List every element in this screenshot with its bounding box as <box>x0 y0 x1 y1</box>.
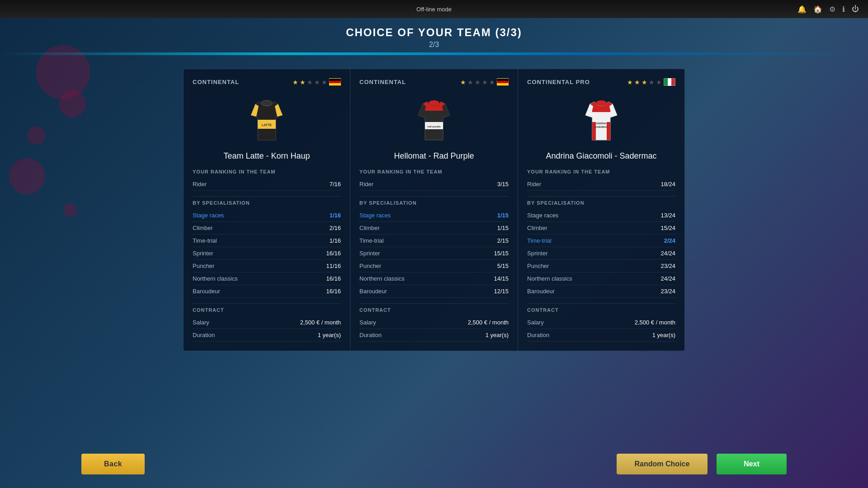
spec-row-3-4: Puncher 23/24 <box>527 260 675 272</box>
spec-row-1-6: Baroudeur 16/16 <box>193 285 341 298</box>
stars-1: ★ ★ ★ ★ ★ <box>292 79 327 86</box>
spec-row-2-3: Sprinter 15/15 <box>359 247 509 260</box>
card-header-2: CONTINENTAL ★ ★ ★ ★ ★ <box>359 78 509 86</box>
spec-value: 2/16 <box>330 225 341 231</box>
power-icon[interactable]: ⏻ <box>852 5 859 13</box>
info-icon[interactable]: ℹ <box>842 5 845 14</box>
spec-value: 1/15 <box>497 225 509 231</box>
star: ★ <box>460 79 466 86</box>
spec-row-3-2: Time-trial 2/24 <box>527 235 675 247</box>
spec-row-1-5: Northern classics 16/16 <box>193 272 341 285</box>
team-type-3: CONTINENTAL PRO <box>527 79 590 85</box>
stars-2: ★ ★ ★ ★ ★ <box>460 79 495 86</box>
bottom-bar: Back Random Choice Next <box>0 454 868 474</box>
spec-title-3: BY SPECIALISATION <box>527 200 675 206</box>
spec-value: 23/24 <box>660 263 675 269</box>
salary-label-3: Salary <box>527 319 544 326</box>
jersey-area-2: rad-purple <box>359 93 509 147</box>
star: ★ <box>649 79 655 86</box>
star: ★ <box>314 79 320 86</box>
spec-label: Baroudeur <box>527 288 555 295</box>
star: ★ <box>475 79 481 86</box>
duration-value-1: 1 year(s) <box>318 332 341 338</box>
spec-row-1-2: Time-trial 1/16 <box>193 235 341 247</box>
spec-row-3-0: Stage races 13/24 <box>527 209 675 222</box>
jersey-area-3: ANDRINA SADERMAC <box>527 93 675 147</box>
spec-label: Time-trial <box>193 237 217 244</box>
jersey-svg-3: ANDRINA SADERMAC <box>581 95 622 145</box>
spec-label: Sprinter <box>193 250 213 257</box>
spec-row-2-2: Time-trial 2/15 <box>359 235 509 247</box>
spec-value: 5/15 <box>497 263 509 269</box>
spec-row-1-0: Stage races 1/16 <box>193 209 341 222</box>
team-card-3[interactable]: CONTINENTAL PRO ★ ★ ★ ★ ★ <box>518 69 685 351</box>
back-button[interactable]: Back <box>81 454 145 474</box>
star: ★ <box>489 79 495 86</box>
duration-label-3: Duration <box>527 332 549 338</box>
flag-germany-2 <box>497 78 509 86</box>
spec-label: Northern classics <box>359 275 405 282</box>
top-bar: Off-line mode 🔔 🏠 ⚙ ℹ ⏻ <box>0 0 868 18</box>
spec-label: Climber <box>193 225 213 231</box>
salary-label-1: Salary <box>193 319 209 326</box>
spec-value: 14/15 <box>494 275 509 282</box>
next-button[interactable]: Next <box>717 454 787 474</box>
team-card-1[interactable]: CONTINENTAL ★ ★ ★ ★ ★ <box>183 69 350 351</box>
spec-value: 2/15 <box>497 237 509 244</box>
spec-label: Northern classics <box>527 275 572 282</box>
salary-row-3: Salary 2,500 € / month <box>527 316 675 329</box>
spec-label: Stage races <box>527 212 558 219</box>
spec-label: Sprinter <box>359 250 380 257</box>
jersey-svg-1: LATTE <box>246 95 287 145</box>
spec-value: 23/24 <box>660 288 675 295</box>
svg-point-7 <box>596 100 607 106</box>
spec-value: 16/16 <box>326 250 341 257</box>
star: ★ <box>482 79 488 86</box>
ranking-title-3: YOUR RANKING IN THE TEAM <box>527 169 675 174</box>
bell-icon[interactable]: 🔔 <box>797 5 807 14</box>
rider-value-3: 18/24 <box>660 181 675 188</box>
team-card-2[interactable]: CONTINENTAL ★ ★ ★ ★ ★ r <box>350 69 518 351</box>
rider-label-3: Rider <box>527 181 541 188</box>
divider-3b <box>527 303 675 304</box>
spec-row-2-4: Puncher 5/15 <box>359 260 509 272</box>
spec-value: 16/16 <box>326 275 341 282</box>
spec-label: Puncher <box>359 263 381 269</box>
flag-germany-1 <box>329 78 341 86</box>
divider-3a <box>527 196 675 197</box>
spec-value: 16/16 <box>326 288 341 295</box>
svg-text:SADERMAC: SADERMAC <box>595 126 608 128</box>
spec-title-2: BY SPECIALISATION <box>359 200 509 206</box>
spec-value: 1/16 <box>330 212 341 219</box>
salary-value-3: 2,500 € / month <box>635 319 675 326</box>
random-choice-button[interactable]: Random Choice <box>617 454 708 474</box>
star: ★ <box>467 79 473 86</box>
star: ★ <box>307 79 313 86</box>
rider-label-2: Rider <box>359 181 373 188</box>
spec-value: 24/24 <box>660 275 675 282</box>
spec-row-2-6: Baroudeur 12/15 <box>359 285 509 298</box>
spec-value: 1/15 <box>497 212 509 219</box>
rider-value-1: 7/16 <box>330 181 341 188</box>
star: ★ <box>300 79 306 86</box>
gear-icon[interactable]: ⚙ <box>829 5 835 14</box>
star: ★ <box>292 79 298 86</box>
duration-value-3: 1 year(s) <box>652 332 675 338</box>
svg-rect-8 <box>592 122 596 140</box>
svg-text:LATTE: LATTE <box>262 123 272 127</box>
duration-row-2: Duration 1 year(s) <box>359 329 509 342</box>
svg-point-6 <box>429 100 439 106</box>
team-type-2: CONTINENTAL <box>359 79 406 85</box>
home-icon[interactable]: 🏠 <box>813 5 822 14</box>
spec-label: Baroudeur <box>193 288 220 295</box>
page-title: CHOICE OF YOUR TEAM (3/3) <box>0 26 868 39</box>
ranking-title-2: YOUR RANKING IN THE TEAM <box>359 169 509 174</box>
spec-label: Sprinter <box>527 250 548 257</box>
spec-label: Stage races <box>193 212 224 219</box>
title-area: CHOICE OF YOUR TEAM (3/3) 2/3 <box>0 18 868 52</box>
svg-text:ANDRINA: ANDRINA <box>596 122 606 125</box>
top-bar-icons: 🔔 🏠 ⚙ ℹ ⏻ <box>797 5 859 14</box>
card-header-1: CONTINENTAL ★ ★ ★ ★ ★ <box>193 78 341 86</box>
svg-text:rad-purple: rad-purple <box>427 125 441 128</box>
star: ★ <box>656 79 662 86</box>
